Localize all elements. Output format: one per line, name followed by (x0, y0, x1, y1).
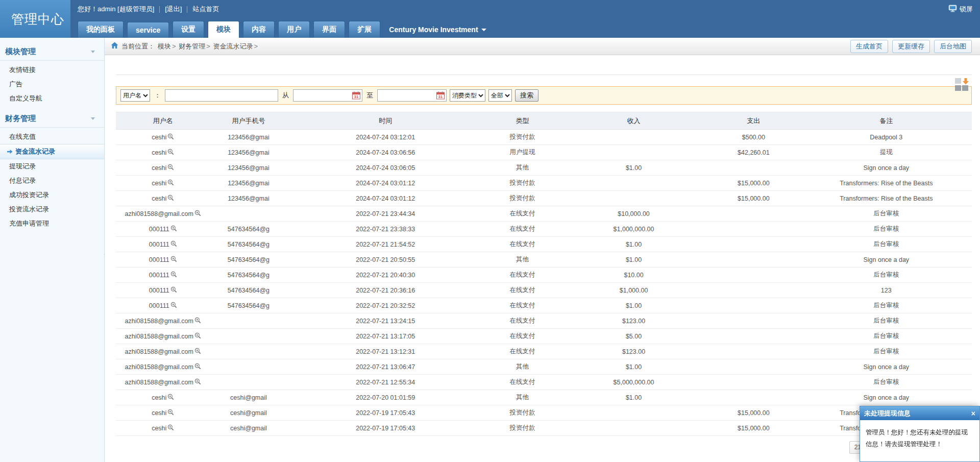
header-action-button[interactable]: 更新缓存 (892, 40, 930, 53)
username-text: ceshi (152, 164, 166, 172)
cell-remark: Sign once a day (801, 390, 972, 405)
home-icon[interactable] (111, 42, 118, 51)
nav-tab[interactable]: 界面 (313, 21, 345, 38)
cell-time: 2022-07-21 20:32:52 (287, 298, 484, 313)
magnifier-icon[interactable] (170, 225, 177, 233)
site-home-link[interactable]: 站点首页 (192, 5, 219, 14)
breadcrumb-item[interactable]: 模块 (158, 42, 171, 50)
cell-username: azhi081588@gmail.com (116, 329, 210, 344)
nav-tab[interactable]: 设置 (173, 21, 204, 38)
sidebar-item[interactable]: 友情链接 (0, 63, 104, 77)
nav-tab[interactable]: 扩展 (349, 21, 380, 38)
scope-select[interactable]: 全部 (488, 89, 512, 102)
nav-tab[interactable]: 用户 (278, 21, 310, 38)
table-row: ceshi 123456@gmai (116, 176, 972, 191)
sidebar-item-label: 投资流水记录 (9, 205, 49, 214)
cell-income: $1.00 (561, 160, 706, 176)
cell-income: $123.00 (561, 313, 706, 329)
popup-message: 管理员！您好！您还有未处理的提现信息！请去提现管理处理！ (860, 420, 979, 457)
sidebar-item-label: 充值申请管理 (9, 219, 49, 228)
pagination-row: 21条 (116, 440, 972, 457)
cell-phone: 123456@gmai (210, 176, 287, 191)
sidebar-item[interactable]: 成功投资记录 (0, 188, 104, 202)
header-action-button[interactable]: 后台地图 (934, 40, 972, 53)
header-row: 用户名用户手机号时间类型收入支出备注 (116, 112, 972, 130)
calendar-icon[interactable]: 31 (352, 91, 360, 100)
magnifier-icon[interactable] (167, 394, 174, 402)
magnifier-icon[interactable] (167, 179, 174, 187)
cell-remark: 后台审核 (801, 329, 972, 344)
type-select[interactable]: 消费类型 (450, 89, 485, 102)
table-row: 000111 547634564@g (116, 252, 972, 268)
cell-username: ceshi (116, 191, 210, 206)
breadcrumb-label: 当前位置： (121, 42, 155, 51)
magnifier-icon[interactable] (167, 194, 174, 203)
cell-income: $1.00 (561, 252, 706, 268)
sidebar-item[interactable]: 广告 (0, 77, 104, 91)
cell-type: 在线支付 (484, 237, 561, 252)
sidebar-item[interactable]: 自定义导航 (0, 91, 104, 106)
magnifier-icon[interactable] (167, 133, 174, 141)
cell-remark: Sign once a day (801, 252, 972, 268)
nav-tab[interactable]: 内容 (243, 21, 275, 38)
user-info-row: 您好！admin [超级管理员] [退出] 站点首页 锁屏 (78, 5, 973, 14)
cell-username: azhi081588@gmail.com (116, 206, 210, 222)
lock-screen-button[interactable]: 锁屏 (948, 5, 973, 14)
breadcrumb-item[interactable]: 资金流水记录 (213, 42, 253, 50)
sidebar-section-header[interactable]: 财务管理 (0, 109, 104, 128)
logout-link[interactable]: [退出] (165, 5, 182, 14)
cell-username: azhi081588@gmail.com (116, 359, 210, 375)
column-header: 备注 (801, 112, 972, 130)
magnifier-icon[interactable] (167, 149, 174, 157)
magnifier-icon[interactable] (170, 286, 177, 295)
brand-menu[interactable]: Century Movie Investment (384, 26, 486, 38)
cell-expense (706, 237, 800, 252)
magnifier-icon[interactable] (194, 332, 201, 341)
magnifier-icon[interactable] (170, 302, 177, 310)
magnifier-icon[interactable] (167, 409, 174, 417)
from-label: 从 (282, 91, 289, 100)
keyword-input[interactable] (165, 89, 278, 102)
table-row: 000111 547634564@g (116, 283, 972, 298)
nav-tab[interactable]: service (127, 22, 169, 38)
field-select[interactable]: 用户名 (120, 89, 150, 102)
sidebar-item[interactable]: 在线充值 (0, 130, 104, 144)
sidebar-item[interactable]: 提现记录 (0, 159, 104, 174)
magnifier-icon[interactable] (170, 256, 177, 264)
magnifier-icon[interactable] (194, 363, 201, 371)
magnifier-icon[interactable] (170, 240, 177, 249)
cell-time: 2022-07-21 13:24:15 (287, 313, 484, 329)
cell-phone: 123456@gmai (210, 130, 287, 145)
breadcrumb-item[interactable]: 财务管理 (179, 42, 205, 50)
nav-tab[interactable]: 我的面板 (78, 21, 124, 38)
cell-username: 000111 (116, 237, 210, 252)
sidebar-item[interactable]: 付息记录 (0, 174, 104, 188)
close-icon[interactable]: × (971, 410, 975, 417)
magnifier-icon[interactable] (167, 424, 174, 432)
search-button[interactable]: 搜索 (515, 89, 538, 102)
cell-username: ceshi (116, 160, 210, 176)
magnifier-icon[interactable] (167, 164, 174, 172)
nav-tab[interactable]: 模块 (208, 21, 239, 38)
sidebar-section-header[interactable]: 模块管理 (0, 42, 104, 61)
magnifier-icon[interactable] (194, 348, 201, 356)
username-text: ceshi (152, 394, 166, 401)
breadcrumb-separator: > (206, 42, 210, 50)
magnifier-icon[interactable] (194, 317, 201, 325)
sidebar-item[interactable]: 充值申请管理 (0, 216, 104, 231)
breadcrumb-separator: > (254, 42, 258, 50)
username-text: azhi081588@gmail.com (125, 348, 193, 355)
magnifier-icon[interactable] (170, 271, 177, 279)
calendar-icon[interactable]: 31 (436, 91, 445, 100)
column-header: 支出 (706, 112, 800, 130)
header-action-button[interactable]: 生成首页 (850, 40, 888, 53)
sidebar-item[interactable]: 资金流水记录 (0, 144, 104, 159)
username-text: ceshi (152, 425, 166, 432)
sidebar-item[interactable]: 投资流水记录 (0, 202, 104, 216)
chevron-down-icon (91, 117, 95, 120)
magnifier-icon[interactable] (194, 210, 201, 218)
panel-toggle-icon[interactable] (954, 78, 970, 92)
cell-username: 000111 (116, 268, 210, 283)
magnifier-icon[interactable] (194, 378, 201, 386)
sidebar-item-label: 资金流水记录 (15, 147, 55, 156)
